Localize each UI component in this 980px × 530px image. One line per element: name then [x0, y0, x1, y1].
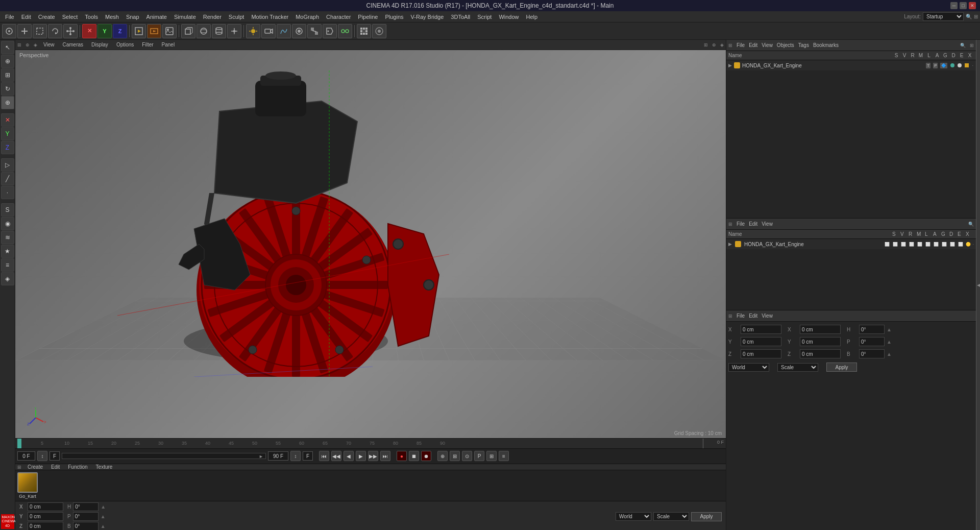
- effector-btn[interactable]: [307, 24, 322, 38]
- menu-mograph[interactable]: MoGraph: [292, 13, 322, 21]
- vp-menu-filter[interactable]: Filter: [140, 42, 155, 47]
- attr-world-dropdown[interactable]: World: [728, 363, 769, 372]
- attr-y-up[interactable]: ▲: [887, 339, 892, 345]
- menu-simulate[interactable]: Simulate: [171, 13, 199, 21]
- axis-y-btn[interactable]: Y: [97, 24, 112, 38]
- record-btn[interactable]: ●: [397, 451, 407, 461]
- menu-select[interactable]: Select: [59, 13, 81, 21]
- tool-star[interactable]: ★: [1, 245, 14, 258]
- coord-h-input[interactable]: [73, 502, 99, 511]
- axis-z-btn[interactable]: Z: [113, 24, 127, 38]
- tool-sculpt[interactable]: ≋: [1, 231, 14, 244]
- world-dropdown[interactable]: World: [616, 512, 651, 521]
- object-light-btn[interactable]: [246, 24, 260, 38]
- attr-y-rot-input[interactable]: [800, 337, 841, 346]
- obj-menu-view[interactable]: View: [762, 42, 773, 48]
- attr-h-input[interactable]: [859, 325, 885, 334]
- timeline-position-marker[interactable]: [17, 439, 21, 449]
- anim-icon[interactable]: ⊞: [17, 465, 21, 470]
- end-frame-input[interactable]: [268, 451, 288, 461]
- play-prev-key-btn[interactable]: ◀◀: [331, 451, 341, 461]
- frame-step-end-btn[interactable]: ↕: [290, 451, 301, 461]
- attr-x-up[interactable]: ▲: [887, 327, 892, 332]
- tool-edge[interactable]: ╱: [1, 172, 14, 185]
- vp-corner-3[interactable]: ◈: [720, 42, 724, 47]
- object-null-btn[interactable]: [227, 24, 241, 38]
- tool-point[interactable]: ·: [1, 186, 14, 199]
- vp-menu-display[interactable]: Display: [89, 42, 110, 47]
- attr-z-pos-input[interactable]: [741, 349, 781, 358]
- coord-y-input[interactable]: [28, 512, 63, 521]
- tool-z2[interactable]: Z: [1, 141, 14, 154]
- anim-menu-create[interactable]: Create: [26, 464, 45, 470]
- coord-p-input[interactable]: [73, 512, 99, 521]
- tool-y2[interactable]: Y: [1, 127, 14, 140]
- attr-z-up[interactable]: ▲: [887, 351, 892, 357]
- coord-x-adjust[interactable]: ▲: [101, 504, 106, 510]
- obj-menu-edit[interactable]: Edit: [749, 42, 757, 48]
- current-frame-input[interactable]: [17, 451, 35, 461]
- object-cylinder-btn[interactable]: [212, 24, 226, 38]
- play-start-btn[interactable]: ⏮: [319, 451, 329, 461]
- right-collapse-tab[interactable]: ◀: [976, 40, 980, 530]
- window-controls[interactable]: ─ □ ✕: [950, 2, 976, 9]
- anim-menu-edit[interactable]: Edit: [49, 464, 62, 470]
- play-end-btn[interactable]: ⏭: [380, 451, 390, 461]
- scene-search-icon[interactable]: 🔍: [968, 222, 974, 227]
- tool-select[interactable]: ↖: [1, 41, 14, 54]
- menu-script[interactable]: Script: [474, 13, 495, 21]
- attr-apply-btn[interactable]: Apply: [826, 363, 857, 372]
- vp-corner-1[interactable]: ⊞: [704, 42, 708, 47]
- menu-mesh[interactable]: Mesh: [102, 13, 122, 21]
- scene-menu-edit[interactable]: Edit: [749, 221, 757, 227]
- obj-menu-bookmarks[interactable]: Bookmarks: [813, 42, 839, 48]
- coord-z-adjust[interactable]: ▲: [101, 523, 106, 529]
- vp-menu-panel[interactable]: Panel: [160, 42, 177, 47]
- obj-expand-icon[interactable]: ⊞: [970, 43, 974, 48]
- anim-menu-texture[interactable]: Texture: [94, 464, 115, 470]
- mode-object-btn[interactable]: [2, 24, 16, 38]
- vp-menu-cameras[interactable]: Cameras: [61, 42, 86, 47]
- vp-menu-options[interactable]: Options: [114, 42, 136, 47]
- key-grid-btn[interactable]: ⊞: [486, 451, 497, 461]
- mode-scale-btn[interactable]: [63, 24, 78, 38]
- honda-object-name[interactable]: HONDA_GX_Kart_Engine: [742, 63, 924, 68]
- tool-grid[interactable]: ≡: [1, 258, 14, 272]
- layout-dropdown[interactable]: Startup: [923, 12, 964, 21]
- mode-rect-sel-btn[interactable]: [33, 24, 47, 38]
- coord-z-input[interactable]: [28, 522, 63, 530]
- timeline-ruler[interactable]: 0 5 10 15 20 25 30 35 40 45 50 55 60 65 …: [15, 439, 726, 449]
- frame-input-2[interactable]: [50, 451, 60, 461]
- attr-x-rot-input[interactable]: [800, 325, 841, 334]
- minimize-button[interactable]: ─: [950, 2, 958, 9]
- key-add-btn[interactable]: ⊕: [437, 451, 448, 461]
- menu-edit[interactable]: Edit: [18, 13, 34, 21]
- anim-menu-function[interactable]: Function: [66, 464, 89, 470]
- tool-active[interactable]: ⊕: [1, 96, 14, 109]
- object-cube-btn[interactable]: [181, 24, 195, 38]
- maximize-button[interactable]: □: [960, 2, 967, 9]
- vp-toolbar-icon3[interactable]: ◈: [34, 42, 37, 47]
- play-btn[interactable]: ▶: [356, 451, 366, 461]
- viewport-solo-btn[interactable]: [372, 24, 386, 38]
- frame-input-end[interactable]: [303, 451, 313, 461]
- tool-move[interactable]: ⊕: [1, 55, 14, 68]
- menu-animate[interactable]: Animate: [143, 13, 170, 21]
- object-row-honda[interactable]: ▶ HONDA_GX_Kart_Engine T P 🔷 ·: [726, 60, 976, 70]
- play-prev-btn[interactable]: ◀: [344, 451, 354, 461]
- mograph-btn[interactable]: [338, 24, 352, 38]
- menu-sculpt[interactable]: Sculpt: [226, 13, 248, 21]
- snap-btn[interactable]: [357, 24, 371, 38]
- key-p-btn[interactable]: P: [474, 451, 484, 461]
- tool-x[interactable]: ✕: [1, 113, 14, 127]
- coord-x-input[interactable]: [28, 502, 63, 511]
- vp-toolbar-icon2[interactable]: ⊕: [26, 42, 30, 47]
- menu-character[interactable]: Character: [323, 13, 354, 21]
- object-camera-btn[interactable]: [261, 24, 276, 38]
- coord-y-adjust[interactable]: ▲: [101, 514, 106, 519]
- honda-expand-icon[interactable]: ▶: [728, 63, 732, 68]
- scene-menu-file[interactable]: File: [737, 221, 745, 227]
- menu-render[interactable]: Render: [200, 13, 225, 21]
- scale-dropdown[interactable]: Scale: [653, 512, 689, 521]
- scene-obj-name[interactable]: HONDA_GX_Kart_Engine: [744, 242, 882, 247]
